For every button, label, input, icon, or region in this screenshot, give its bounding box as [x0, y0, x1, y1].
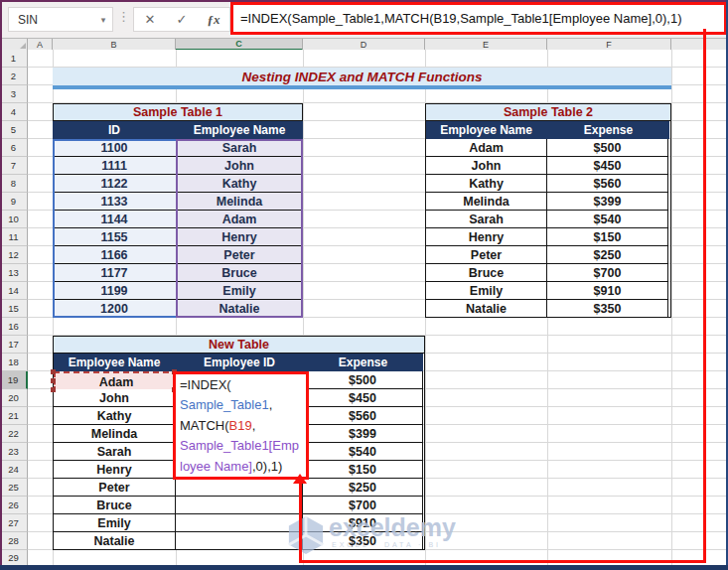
table1-cell-name[interactable]: Sarah — [176, 139, 303, 157]
table1-cell-id[interactable]: 1177 — [53, 264, 176, 282]
row-header-6[interactable]: 6 — [0, 139, 28, 157]
row-header-27[interactable]: 27 — [0, 514, 28, 532]
row-header-1[interactable]: 1 — [0, 50, 28, 68]
table2-cell-name[interactable]: Adam — [426, 139, 547, 157]
table1-cell-id[interactable]: 1166 — [53, 246, 176, 264]
table1-cell-id[interactable]: 1144 — [53, 211, 176, 228]
table1-cell-id[interactable]: 1199 — [53, 282, 176, 300]
table2-cell-name[interactable]: Melinda — [426, 193, 547, 211]
table2-cell-expense[interactable]: $150 — [547, 228, 668, 246]
table2-cell-expense[interactable]: $540 — [547, 211, 668, 228]
table1-cell-name[interactable]: Henry — [176, 228, 303, 246]
table1-cell-name[interactable]: Bruce — [176, 264, 303, 282]
formula-input[interactable]: =INDEX(Sample_Table1,MATCH(B19,Sample_Ta… — [233, 11, 681, 26]
table1-cell-id[interactable]: 1200 — [53, 300, 176, 318]
table2-title-cell[interactable]: Sample Table 2 — [425, 103, 671, 121]
name-box[interactable]: SIN ▾ — [8, 7, 113, 32]
row-header-11[interactable]: 11 — [0, 228, 28, 246]
row-header-16[interactable]: 16 — [0, 318, 28, 336]
new-table-cell-name[interactable]: John — [54, 389, 176, 407]
table2-cell-expense[interactable]: $560 — [547, 175, 668, 193]
row-header-23[interactable]: 23 — [0, 443, 28, 461]
row-header-17[interactable]: 17 — [0, 336, 28, 354]
new-table-cell-name[interactable]: Melinda — [54, 425, 176, 443]
table1-title-cell[interactable]: Sample Table 1 — [53, 103, 303, 121]
table1-cell-id[interactable]: 1100 — [53, 139, 176, 157]
row-header-25[interactable]: 25 — [0, 479, 28, 497]
table2-cell-expense[interactable]: $350 — [547, 300, 668, 318]
enter-check-icon[interactable]: ✓ — [169, 12, 195, 27]
new-table-cell-expense[interactable]: $350 — [303, 532, 423, 550]
table1-header-id[interactable]: ID — [53, 121, 176, 139]
new-table-header-name[interactable]: Employee Name — [53, 354, 176, 371]
table2-header-name[interactable]: Employee Name — [425, 121, 547, 139]
row-header-22[interactable]: 22 — [0, 425, 28, 443]
row-header-24[interactable]: 24 — [0, 461, 28, 479]
table2-cell-name[interactable]: Kathy — [426, 175, 547, 193]
cancel-icon[interactable]: ✕ — [137, 12, 163, 27]
row-header-19[interactable]: 19 — [0, 371, 28, 389]
table2-cell-name[interactable]: Emily — [426, 282, 547, 300]
row-header-13[interactable]: 13 — [0, 264, 28, 282]
row-header-8[interactable]: 8 — [0, 175, 28, 193]
table1-cell-name[interactable]: John — [176, 157, 303, 175]
row-header-2[interactable]: 2 — [0, 68, 28, 85]
row-header-29[interactable]: 29 — [0, 550, 28, 566]
table2-cell-expense[interactable]: $450 — [547, 157, 668, 175]
table1-cell-name[interactable]: Adam — [176, 211, 303, 228]
new-table-cell-expense[interactable]: $399 — [303, 425, 423, 443]
new-table-cell-name[interactable]: Sarah — [54, 443, 176, 461]
table1-cell-id[interactable]: 1133 — [53, 193, 176, 211]
table2-cell-name[interactable]: Henry — [426, 228, 547, 246]
row-header-14[interactable]: 14 — [0, 282, 28, 300]
new-table-cell-id[interactable] — [176, 497, 303, 514]
new-table-cell-expense[interactable]: $700 — [303, 497, 423, 514]
table1-header-name[interactable]: Employee Name — [176, 121, 303, 139]
table1-cell-name[interactable]: Emily — [176, 282, 303, 300]
table1-cell-id[interactable]: 1111 — [53, 157, 176, 175]
new-table-cell-name[interactable]: Peter — [54, 479, 176, 497]
row-header-15[interactable]: 15 — [0, 300, 28, 318]
table1-cell-id[interactable]: 1122 — [53, 175, 176, 193]
new-table-cell-expense[interactable]: $150 — [303, 461, 423, 479]
cell-editor[interactable]: =INDEX(Sample_Table1,MATCH(B19,Sample_Ta… — [173, 371, 309, 480]
table1-cell-name[interactable]: Natalie — [176, 300, 303, 318]
new-table-cell-name[interactable]: Emily — [54, 514, 176, 532]
row-header-18[interactable]: 18 — [0, 354, 28, 371]
insert-function-icon[interactable]: ƒx — [201, 12, 226, 28]
table2-cell-name[interactable]: Sarah — [426, 211, 547, 228]
table2-cell-expense[interactable]: $700 — [547, 264, 668, 282]
table2-cell-name[interactable]: Natalie — [426, 300, 547, 318]
row-header-4[interactable]: 4 — [0, 103, 28, 121]
table2-cell-name[interactable]: John — [426, 157, 547, 175]
row-header-21[interactable]: 21 — [0, 407, 28, 425]
chevron-down-icon[interactable]: ▾ — [94, 15, 112, 25]
new-table-cell-id[interactable] — [176, 479, 303, 497]
new-table-title-cell[interactable]: New Table — [53, 336, 425, 354]
row-header-9[interactable]: 9 — [0, 193, 28, 211]
row-header-26[interactable]: 26 — [0, 497, 28, 514]
sheet-title-cell[interactable]: Nesting INDEX and MATCH Functions — [53, 68, 671, 85]
new-table-header-expense[interactable]: Expense — [303, 354, 423, 371]
new-table-cell-expense[interactable]: $910 — [303, 514, 423, 532]
new-table-cell-name[interactable]: Natalie — [54, 532, 176, 550]
new-table-cell-name[interactable]: Kathy — [54, 407, 176, 425]
new-table-cell-expense[interactable]: $560 — [303, 407, 423, 425]
table1-cell-name[interactable]: Melinda — [176, 193, 303, 211]
table2-header-expense[interactable]: Expense — [547, 121, 669, 139]
table2-cell-name[interactable]: Peter — [426, 246, 547, 264]
table1-cell-name[interactable]: Peter — [176, 246, 303, 264]
table1-cell-id[interactable]: 1155 — [53, 228, 176, 246]
row-header-12[interactable]: 12 — [0, 246, 28, 264]
table2-cell-expense[interactable]: $910 — [547, 282, 668, 300]
new-table-header-id[interactable]: Employee ID — [176, 354, 303, 371]
row-header-5[interactable]: 5 — [0, 121, 28, 139]
new-table-cell-name[interactable]: Henry — [54, 461, 176, 479]
row-header-3[interactable]: 3 — [0, 85, 28, 103]
table2-cell-name[interactable]: Bruce — [426, 264, 547, 282]
new-table-cell-expense[interactable]: $500 — [303, 371, 423, 389]
new-table-cell-name[interactable]: Bruce — [54, 497, 176, 514]
new-table-cell-id[interactable] — [176, 514, 303, 532]
new-table-cell-expense[interactable]: $250 — [303, 479, 423, 497]
new-table-cell-expense[interactable]: $450 — [303, 389, 423, 407]
